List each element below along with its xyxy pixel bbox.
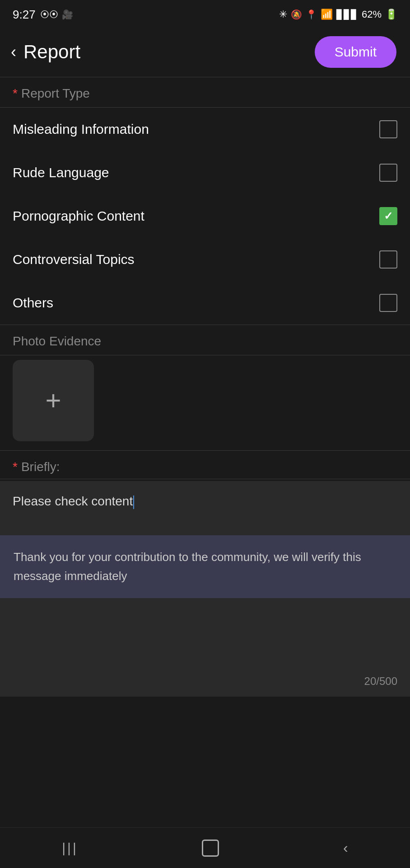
checkbox-pornographic[interactable] bbox=[379, 207, 397, 225]
nav-back-icon[interactable]: ‹ bbox=[343, 840, 348, 856]
report-type-label: Report Type bbox=[21, 86, 90, 101]
briefly-required-star: * bbox=[13, 460, 18, 474]
nav-bar: ||| ‹ bbox=[0, 827, 410, 868]
checkbox-misleading[interactable] bbox=[379, 120, 397, 138]
battery-icon: 🔋 bbox=[385, 9, 397, 20]
checkbox-label-rude: Rude Language bbox=[13, 165, 109, 180]
page-title: Report bbox=[23, 41, 80, 63]
status-time: 9:27 bbox=[13, 8, 36, 22]
checkbox-label-misleading: Misleading Information bbox=[13, 122, 149, 137]
header-left: ‹ Report bbox=[11, 41, 80, 63]
checkbox-controversial[interactable] bbox=[379, 250, 397, 269]
checkbox-item-controversial[interactable]: Controversial Topics bbox=[0, 238, 410, 281]
brief-text-input[interactable]: Please check content bbox=[0, 481, 410, 535]
photo-add-button[interactable]: + bbox=[13, 360, 94, 441]
camera-icon: 🎥 bbox=[62, 9, 73, 20]
status-bar-left: 9:27 ⦿⦿ 🎥 bbox=[13, 8, 73, 22]
status-icons: ⦿⦿ 🎥 bbox=[40, 9, 73, 20]
checkbox-item-rude[interactable]: Rude Language bbox=[0, 151, 410, 194]
nav-menu-icon[interactable]: ||| bbox=[62, 840, 78, 856]
brief-text-value: Please check content bbox=[13, 494, 134, 508]
briefly-label: * Briefly: bbox=[0, 451, 410, 479]
report-type-section-label: * Report Type bbox=[0, 77, 410, 107]
header: ‹ Report Submit bbox=[0, 27, 410, 77]
photo-divider-bottom bbox=[0, 355, 410, 355]
checkbox-label-controversial: Controversial Topics bbox=[13, 252, 135, 267]
tooltip-text: Thank you for your contribution to the c… bbox=[14, 550, 361, 583]
back-button[interactable]: ‹ bbox=[11, 44, 16, 60]
checkbox-rude[interactable] bbox=[379, 164, 397, 182]
text-cursor bbox=[133, 495, 134, 509]
wifi-icon: 📶 bbox=[321, 9, 333, 20]
required-star: * bbox=[13, 86, 18, 101]
media-icon: ⦿⦿ bbox=[40, 9, 58, 20]
photo-section-label: Photo Evidence bbox=[0, 325, 410, 355]
status-bar-right: ✳ 🔕 📍 📶 ▊▊▊ 62% 🔋 bbox=[279, 9, 397, 20]
tooltip-popup: Thank you for your contribution to the c… bbox=[0, 535, 410, 598]
battery-percent: 62% bbox=[362, 9, 382, 20]
volume-icon: 🔕 bbox=[291, 9, 302, 20]
location-icon: 📍 bbox=[306, 9, 317, 20]
checkbox-item-others[interactable]: Others bbox=[0, 281, 410, 325]
checkbox-others[interactable] bbox=[379, 294, 397, 312]
status-bar: 9:27 ⦿⦿ 🎥 ✳ 🔕 📍 📶 ▊▊▊ 62% 🔋 bbox=[0, 0, 410, 27]
photo-label-text: Photo Evidence bbox=[13, 334, 101, 349]
briefly-label-text: Briefly: bbox=[21, 460, 60, 474]
checkbox-label-others: Others bbox=[13, 295, 53, 311]
signal-icon: ▊▊▊ bbox=[336, 9, 358, 20]
checkbox-label-pornographic: Pornographic Content bbox=[13, 208, 144, 224]
checkbox-item-pornographic[interactable]: Pornographic Content bbox=[0, 194, 410, 238]
bluetooth-icon: ✳ bbox=[279, 9, 287, 20]
plus-icon: + bbox=[45, 387, 61, 414]
checkbox-item-misleading[interactable]: Misleading Information bbox=[0, 108, 410, 151]
nav-home-icon[interactable] bbox=[202, 840, 219, 857]
submit-button[interactable]: Submit bbox=[315, 36, 396, 68]
text-area-bottom[interactable] bbox=[0, 598, 410, 670]
char-count: 20/500 bbox=[0, 670, 410, 697]
briefly-divider-bottom bbox=[0, 479, 410, 479]
